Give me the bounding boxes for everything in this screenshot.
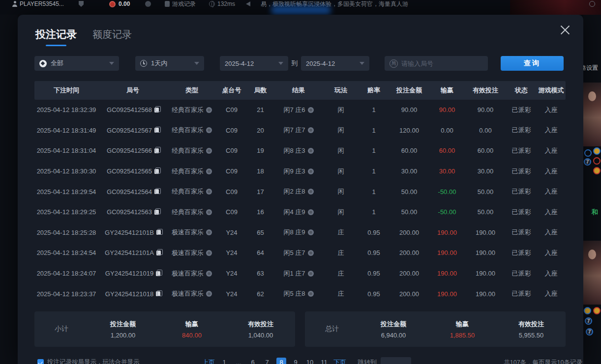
odds: 1 [359, 127, 389, 134]
game-mode: 入座 [537, 228, 566, 237]
result-text: 闲5 庄8 [283, 289, 305, 298]
game-id: GC0925412567 [107, 127, 152, 134]
roadmap-badge [593, 307, 601, 314]
valid-bet: 190.00 [465, 290, 506, 298]
replay-icon[interactable] [206, 250, 212, 256]
round-search-input[interactable] [401, 60, 475, 67]
replay-icon[interactable] [206, 271, 212, 277]
bet-time: 2025-04-12 18:24:07 [34, 270, 98, 277]
play-type: 庄 [323, 249, 359, 257]
page-number[interactable]: 6 [248, 358, 258, 364]
bet-amount: 50.00 [389, 208, 429, 216]
page-number[interactable]: 10 [305, 358, 315, 364]
result-info-icon[interactable] [308, 229, 314, 235]
chevron-down-icon [194, 62, 199, 65]
win-loss: 0.00 [429, 127, 465, 134]
table-row: 2025-04-12 18:29:54 GC0925412564 经典百家乐 C… [34, 181, 566, 202]
query-button[interactable]: 查询 [501, 56, 564, 71]
chevron-down-icon [278, 62, 283, 65]
total-label: 总计 [305, 325, 359, 334]
bet-amount: 200.00 [389, 270, 429, 277]
page-number[interactable]: 8 [276, 358, 286, 364]
replay-icon[interactable] [206, 189, 212, 195]
copy-icon[interactable] [156, 291, 160, 296]
copy-icon[interactable] [154, 128, 159, 133]
copy-icon[interactable] [154, 210, 159, 215]
column-header: 状态 [506, 86, 537, 95]
replay-icon[interactable] [206, 148, 212, 154]
date-to-picker[interactable]: 2025-4-12 [301, 56, 369, 71]
balance-value[interactable]: 0.00 [119, 0, 130, 7]
round-number: 21 [247, 106, 274, 113]
bet-amount: 200.00 [389, 249, 429, 256]
total-valid: 5,955.50 [497, 332, 566, 339]
to-label: 到 [288, 59, 301, 68]
copy-icon[interactable] [154, 108, 159, 112]
result-info-icon[interactable] [308, 291, 314, 297]
copy-icon[interactable] [154, 189, 159, 194]
result-info-icon[interactable] [308, 271, 314, 277]
lucky-seven-badge: 7 [586, 328, 593, 336]
replay-icon[interactable] [206, 209, 212, 215]
result-info-icon[interactable] [308, 250, 314, 256]
result-info-icon[interactable] [308, 209, 314, 215]
replay-icon[interactable] [206, 229, 212, 235]
replay-icon[interactable] [206, 107, 212, 113]
win-loss: 190.00 [429, 290, 465, 298]
column-header: 投注金额 [389, 86, 429, 95]
round-number: 62 [247, 290, 274, 298]
result-info-icon[interactable] [308, 127, 314, 133]
player-name[interactable]: PLAYER53545... [20, 0, 64, 7]
game-id: GC0925412564 [107, 188, 152, 196]
table-number: C09 [216, 127, 247, 134]
table-row: 2025-04-12 18:23:37 GY24254121018 极速百家乐 … [34, 283, 566, 304]
subtotal-box: 小计 投注金额1,200.00 输赢840.00 有效投注1,040.00 [34, 311, 295, 347]
round-number: 63 [247, 270, 274, 277]
tab-betting-records[interactable]: 投注记录 [35, 28, 77, 46]
jump-page-input[interactable] [381, 357, 411, 364]
shield-icon[interactable] [79, 1, 84, 7]
globe-icon [209, 1, 215, 7]
result-text: 闲4 庄9 [283, 208, 305, 217]
page-number[interactable]: 9 [291, 358, 300, 364]
copy-icon[interactable] [156, 230, 161, 235]
tab-quota-records[interactable]: 额度记录 [92, 28, 132, 46]
table-number: C09 [216, 147, 247, 154]
copy-icon[interactable] [156, 271, 160, 276]
network-latency[interactable]: 132ms [209, 0, 235, 7]
refresh-icon[interactable] [145, 1, 151, 7]
result-info-icon[interactable] [308, 148, 314, 154]
copy-icon[interactable] [156, 251, 161, 255]
replay-icon[interactable] [206, 168, 212, 174]
date-from-picker[interactable]: 2025-4-12 [220, 56, 288, 71]
win-loss: 190.00 [429, 270, 465, 277]
page-number[interactable]: 11 [319, 358, 329, 364]
total-box: 总计 投注金额6,940.00 输赢1,885.50 有效投注5,955.50 [305, 311, 566, 347]
page-number[interactable]: 7 [262, 358, 272, 364]
result-info-icon[interactable] [308, 168, 314, 174]
close-icon[interactable] [560, 25, 571, 35]
result-info-icon[interactable] [308, 189, 314, 195]
odds: 1 [359, 168, 389, 175]
time-range-dropdown[interactable]: 1天内 [135, 56, 204, 71]
page-number[interactable]: ... [234, 358, 243, 364]
column-header: 有效投注 [465, 86, 506, 95]
copy-icon[interactable] [154, 148, 159, 153]
prev-page-button[interactable]: 上页 [202, 358, 215, 364]
total-amount: 6,940.00 [359, 332, 428, 339]
copy-icon[interactable] [154, 169, 159, 174]
next-page-button[interactable]: 下页 [333, 358, 346, 364]
lobby-right-edge: 路设置 7 和 7 7 [583, 15, 601, 364]
page-number[interactable]: 1 [219, 358, 229, 364]
replay-icon[interactable] [206, 127, 212, 133]
result-info-icon[interactable] [308, 107, 314, 113]
table-number: C09 [216, 168, 247, 175]
game-records-button[interactable]: 游戏记录 [165, 0, 196, 7]
round-search-box: 局 [385, 56, 488, 71]
replay-icon[interactable] [206, 291, 212, 297]
display-option-checkbox[interactable] [37, 359, 44, 364]
game-id: GC0925412566 [107, 147, 152, 154]
category-dropdown[interactable]: 全部 [34, 56, 119, 71]
pagination: 上页 1...67891011 下页 跳转到 [202, 357, 411, 364]
status: 已派彩 [506, 228, 537, 237]
